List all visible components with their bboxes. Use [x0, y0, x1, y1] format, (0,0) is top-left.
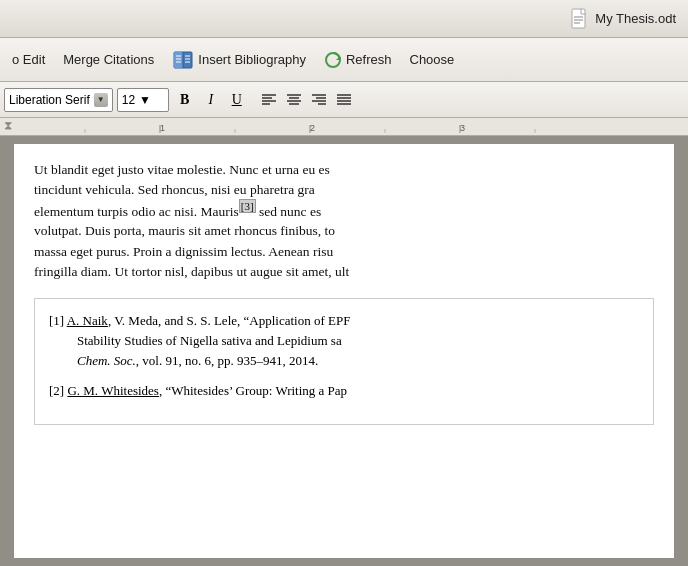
justify-button[interactable] [332, 88, 356, 112]
font-dropdown-arrow[interactable]: ▼ [94, 93, 108, 107]
body-paragraph: Ut blandit eget justo vitae molestie. Nu… [34, 160, 654, 282]
font-family-select[interactable]: Liberation Serif ▼ [4, 88, 113, 112]
italic-button[interactable]: I [199, 88, 223, 112]
merge-citations-button[interactable]: Merge Citations [55, 48, 162, 71]
refresh-button[interactable]: Refresh [316, 47, 400, 73]
document-page: Ut blandit eget justo vitae molestie. Nu… [14, 144, 674, 558]
citation-ref-3: [3] [239, 199, 256, 213]
align-left-icon [260, 91, 278, 109]
bib-entry-2: [2] G. M. Whitesides, “Whitesides’ Group… [49, 381, 639, 401]
file-icon [571, 8, 589, 30]
font-size-select[interactable]: 12 ▼ [117, 88, 169, 112]
svg-rect-5 [174, 52, 183, 68]
bib-entry-1-line3: Chem. Soc., vol. 91, no. 6, pp. 935–941,… [49, 351, 318, 371]
bib-entry-2-number: [2] [49, 383, 67, 398]
insert-bibliography-button[interactable]: Insert Bibliography [164, 46, 314, 74]
bib-entry-1-author: A. Naik [67, 313, 108, 328]
align-right-icon [310, 91, 328, 109]
size-dropdown-arrow[interactable]: ▼ [139, 93, 151, 107]
svg-text:3: 3 [460, 123, 465, 133]
align-left-button[interactable] [257, 88, 281, 112]
book-icon [172, 50, 194, 70]
align-right-button[interactable] [307, 88, 331, 112]
svg-rect-0 [572, 9, 585, 28]
window-title: My Thesis.odt [595, 11, 676, 26]
ruler: ⧗ 1 2 3 [0, 118, 688, 136]
title-bar-content: My Thesis.odt [571, 8, 676, 30]
bib-entry-1-line2: Stability Studies of Nigella sativa and … [49, 331, 342, 351]
bib-entry-2-author: G. M. Whitesides [67, 383, 158, 398]
text-format-buttons: B I U [173, 88, 249, 112]
bib-entry-1: [1] A. Naik, V. Meda, and S. S. Lele, “A… [49, 311, 639, 371]
edit-button[interactable]: o Edit [4, 48, 53, 71]
justify-icon [335, 91, 353, 109]
title-bar: My Thesis.odt [0, 0, 688, 38]
bibliography-section: [1] A. Naik, V. Meda, and S. S. Lele, “A… [34, 298, 654, 425]
bib-entry-1-line1: , V. Meda, and S. S. Lele, “Application … [108, 313, 351, 328]
underline-button[interactable]: U [225, 88, 249, 112]
main-toolbar: o Edit Merge Citations Insert Bibliograp… [0, 38, 688, 82]
bold-button[interactable]: B [173, 88, 197, 112]
format-toolbar: Liberation Serif ▼ 12 ▼ B I U [0, 82, 688, 118]
alignment-buttons [257, 88, 356, 112]
bib-entry-1-number: [1] [49, 313, 67, 328]
svg-text:2: 2 [310, 123, 315, 133]
ruler-ticks: 1 2 3 [30, 118, 680, 135]
align-center-button[interactable] [282, 88, 306, 112]
choose-button[interactable]: Choose [402, 48, 463, 71]
align-center-icon [285, 91, 303, 109]
document-area: Ut blandit eget justo vitae molestie. Nu… [0, 136, 688, 566]
bib-entry-2-line1: , “Whitesides’ Group: Writing a Pap [159, 383, 347, 398]
svg-text:1: 1 [160, 123, 165, 133]
refresh-icon [324, 51, 342, 69]
